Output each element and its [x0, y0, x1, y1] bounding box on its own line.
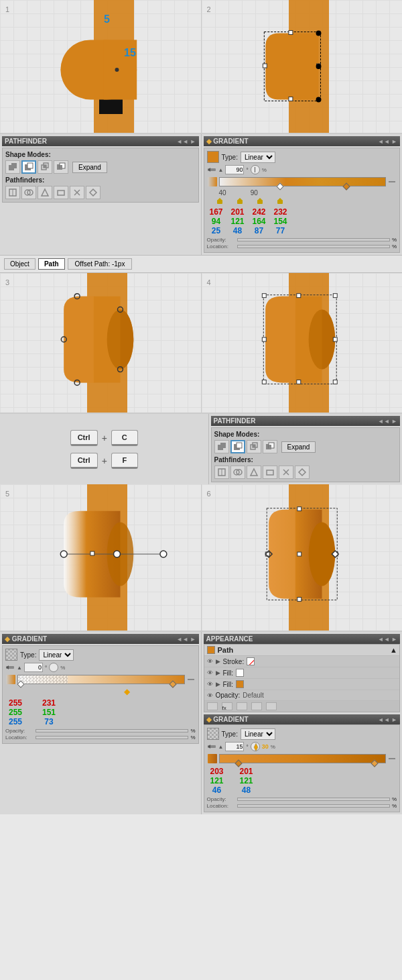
pf2-btn-4[interactable]	[263, 466, 277, 479]
pf2-btn-1[interactable]	[214, 466, 229, 479]
angle-input-1[interactable]	[225, 165, 244, 174]
eye-icon-fill1[interactable]: 👁	[207, 669, 213, 676]
arrow-icon-stroke[interactable]: ▶	[216, 658, 220, 665]
gradient-swatch-2[interactable]	[5, 649, 17, 661]
f-key[interactable]: F	[111, 453, 138, 469]
opacity-slider-2[interactable]	[36, 729, 188, 732]
expand-btn-2[interactable]: Expand	[281, 441, 316, 453]
gradient-type-select-2[interactable]: Linear	[39, 649, 74, 661]
gradient-track-2[interactable]	[17, 675, 185, 684]
keyboard-panel: Ctrl + C Ctrl + F	[0, 414, 209, 484]
minus-front-btn[interactable]	[21, 160, 36, 174]
svg-rect-53	[296, 380, 300, 384]
object-btn[interactable]: Object	[4, 258, 36, 270]
gradient-body-2: Type: Linear ▲ ° %	[2, 645, 199, 744]
path-color-swatch	[207, 646, 215, 654]
rgb-row-1: 167 94 25 201 121 48 242 164 87 232 154	[207, 207, 397, 235]
pathfinder-panel-2: PATHFINDER ◄◄ ► Shape Modes: Expand	[209, 414, 403, 484]
svg-rect-5	[288, 97, 292, 101]
gradient-track-3[interactable]	[219, 754, 387, 763]
g2-1: 255	[9, 708, 22, 717]
appear-icon-4[interactable]	[251, 702, 262, 710]
shape-modes-label-1: Shape Modes:	[5, 151, 196, 158]
svg-rect-6	[263, 64, 267, 68]
svg-point-8	[316, 31, 321, 36]
svg-rect-4	[288, 31, 292, 35]
opacity-label-3: Opacity:	[207, 796, 235, 802]
opacity-slider-1[interactable]	[237, 238, 390, 241]
pf2-btn-6[interactable]	[295, 466, 310, 479]
pathfinder-title-2: PATHFINDER ◄◄ ►	[211, 416, 401, 426]
shape-svg-6	[202, 484, 403, 631]
unite-btn-2[interactable]	[214, 440, 229, 453]
svg-rect-52	[296, 294, 300, 298]
intersect-btn-2[interactable]	[247, 440, 261, 453]
eye-icon-stroke[interactable]: 👁	[207, 658, 213, 665]
svg-rect-84	[90, 551, 94, 555]
gradient-label-1: GRADIENT	[213, 138, 248, 145]
pf-btn-1[interactable]	[5, 186, 20, 199]
location-slider-2[interactable]	[36, 736, 188, 739]
pf-btn-3[interactable]	[38, 186, 52, 199]
gradient-stops-icons	[207, 198, 397, 205]
arrow-icon-fill2[interactable]: ▶	[216, 681, 220, 688]
g4: 154	[273, 217, 287, 226]
pf2-btn-2[interactable]	[230, 466, 245, 479]
pathfinders-icons-1	[5, 186, 196, 199]
appear-icon-3[interactable]	[237, 702, 247, 710]
exclude-btn-2[interactable]	[263, 440, 277, 453]
delete-icon-2[interactable]	[186, 675, 196, 684]
unite-btn[interactable]	[5, 160, 20, 174]
gradient-color-swatch-1[interactable]	[207, 151, 219, 163]
b3: 87	[255, 226, 263, 235]
gradient-delete-icon-1[interactable]	[387, 177, 397, 186]
label-5: 5	[104, 13, 110, 25]
stop3-1[interactable]	[235, 759, 243, 767]
angle-circle-2[interactable]	[49, 663, 58, 672]
angle-input-2[interactable]	[24, 663, 43, 672]
svg-point-43	[107, 309, 134, 369]
fill1-swatch[interactable]	[236, 669, 244, 677]
offset-path-btn[interactable]: Offset Path: -1px	[68, 258, 133, 270]
path-btn[interactable]: Path	[38, 258, 65, 270]
b2-1: 255	[9, 717, 22, 726]
ctrl-key-1[interactable]: Ctrl	[70, 430, 98, 446]
minus-front-btn-2[interactable]	[230, 440, 245, 453]
gradient-track-1[interactable]	[219, 177, 387, 186]
stroke-swatch[interactable]	[247, 657, 255, 665]
gradient-label-2: GRADIENT	[12, 635, 47, 643]
stop3-2[interactable]	[371, 759, 378, 767]
appear-icon-5[interactable]	[266, 702, 277, 710]
expand-btn-1[interactable]: Expand	[72, 162, 107, 173]
svg-rect-87	[297, 507, 301, 511]
c-key[interactable]: C	[111, 430, 138, 446]
arrow-icon-fill1[interactable]: ▶	[216, 669, 220, 676]
gradient-type-select-1[interactable]: Linear	[241, 152, 275, 163]
pf-btn-6[interactable]	[86, 186, 100, 199]
angle-circle-1[interactable]	[251, 165, 260, 174]
appear-icon-fx[interactable]: fx	[222, 702, 232, 710]
pf2-btn-5[interactable]	[279, 466, 293, 479]
pf2-btn-3[interactable]	[247, 466, 261, 479]
location-slider-3[interactable]	[237, 804, 390, 808]
gradient-swatch-3[interactable]	[207, 728, 219, 740]
location-slider-1[interactable]	[237, 245, 390, 248]
angle-circle-3[interactable]	[251, 742, 260, 751]
location-row-1: Location: %	[207, 243, 397, 250]
pf-btn-2[interactable]	[21, 186, 36, 199]
scroll-up[interactable]: ▲	[390, 646, 397, 654]
pf-btn-4[interactable]	[54, 186, 68, 199]
appear-icon-1[interactable]	[207, 702, 218, 710]
eye-icon-opacity[interactable]: 👁	[207, 692, 213, 699]
shape-modes-row-2: Expand	[214, 440, 397, 453]
ctrl-key-2[interactable]: Ctrl	[70, 453, 98, 469]
pf-btn-5[interactable]	[70, 186, 84, 199]
fill2-swatch[interactable]	[236, 680, 244, 688]
delete-icon-3[interactable]	[387, 754, 397, 763]
eye-icon-fill2[interactable]: 👁	[207, 681, 213, 688]
opacity-slider-3[interactable]	[237, 798, 390, 801]
intersect-btn[interactable]	[38, 160, 52, 174]
gradient-type-select-3[interactable]: Linear	[241, 728, 275, 740]
angle-input-3[interactable]	[225, 742, 244, 751]
exclude-btn[interactable]	[54, 160, 68, 174]
